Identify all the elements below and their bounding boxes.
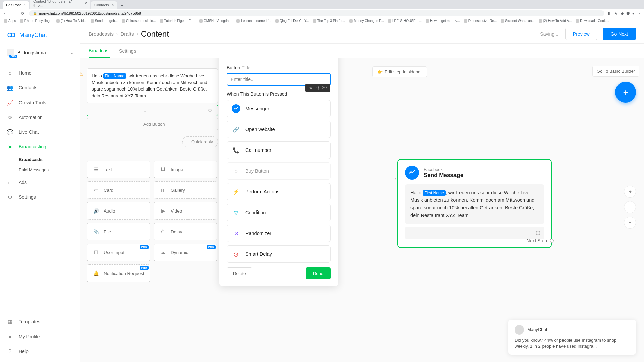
zoom-in-icon[interactable]: +	[624, 201, 636, 213]
add-fab[interactable]: +	[615, 82, 636, 103]
reload-icon[interactable]: ⟳	[20, 11, 25, 16]
nav-profile[interactable]: ●My Profile	[0, 329, 80, 344]
bookmark[interactable]: Tutorial: Eigene Fa...	[159, 19, 197, 23]
node-button-slot[interactable]	[405, 227, 544, 239]
action-delay[interactable]: ◷Smart Delay	[227, 245, 331, 263]
nav-broadcasting[interactable]: ➤Broadcasting	[0, 139, 80, 154]
block-audio[interactable]: 🔊Audio	[87, 202, 150, 220]
zoom-out-icon[interactable]: −	[624, 217, 636, 229]
popup-title: Edit Button	[227, 58, 258, 60]
basic-builder-button[interactable]: Go To Basic Builder	[592, 66, 639, 77]
block-dynamic[interactable]: PRO☁Dynamic	[154, 244, 217, 261]
connector-icon[interactable]	[536, 231, 540, 235]
close-icon[interactable]: ✕	[326, 58, 331, 60]
saving-indicator: Saving...	[540, 31, 558, 37]
subnav-broadcasts[interactable]: Broadcasts	[19, 154, 80, 165]
action-perform[interactable]: ⚡Perform Actions	[227, 183, 331, 200]
tab-broadcast[interactable]: Broadcast	[89, 44, 110, 58]
breadcrumb[interactable]: Broadcasts	[89, 31, 114, 37]
done-button[interactable]: Done	[306, 267, 331, 279]
bookmark[interactable]: Apps	[3, 19, 17, 23]
nav-livechat[interactable]: 💬Live Chat	[0, 125, 80, 139]
edit-sidebar-chip[interactable]: 👉Edit step in sidebar	[372, 66, 427, 77]
bookmark[interactable]: Qing Fei De Yi - Y...	[274, 19, 310, 23]
extension-icon[interactable]: ◆	[621, 11, 624, 16]
extension-icon[interactable]: ◧	[608, 11, 611, 16]
bookmark[interactable]: Sonderangeb...	[89, 19, 119, 23]
nav-templates[interactable]: ▦Templates	[0, 314, 80, 329]
bookmark[interactable]: LEE 'S HOUSE—...	[387, 19, 423, 23]
bookmark[interactable]: How to get more v...	[424, 19, 461, 23]
braces-icon[interactable]: {}	[316, 85, 319, 90]
delete-button[interactable]: Delete	[227, 267, 252, 279]
variable-chip[interactable]: First Name	[103, 73, 126, 79]
breadcrumb[interactable]: Drafts	[120, 31, 134, 37]
action-call[interactable]: 📞Call number	[227, 141, 331, 159]
quick-reply-button[interactable]: + Quick reply	[182, 136, 218, 147]
block-userinput[interactable]: PRO☐User Input	[87, 244, 150, 261]
bookmark[interactable]: Chinese translatio...	[120, 19, 157, 23]
close-icon[interactable]: ×	[111, 3, 114, 7]
extension-icon[interactable]: ⬢	[626, 11, 630, 16]
new-tab-button[interactable]: +	[118, 2, 126, 9]
bookmark[interactable]: Student Wants an...	[499, 19, 536, 23]
add-button[interactable]: + Add Button	[87, 118, 218, 130]
close-icon[interactable]: ×	[23, 3, 26, 7]
nav-ads[interactable]: ▭Ads	[0, 175, 80, 190]
bookmark[interactable]: Money Changes E...	[348, 19, 385, 23]
block-file[interactable]: 📎File	[87, 223, 150, 240]
tip-card[interactable]: ManyChat Did you know? 44% of people use…	[508, 320, 636, 355]
bookmark[interactable]: Download - Cooki...	[574, 19, 610, 23]
block-video[interactable]: ▶Video	[154, 202, 217, 220]
block-card[interactable]: ▭Card	[87, 181, 150, 199]
bookmark[interactable]: Datenschutz - Re...	[463, 19, 498, 23]
topbar: Broadcasts › Drafts › Content Saving... …	[80, 24, 644, 44]
nav-growth[interactable]: 📈Growth Tools	[0, 95, 80, 110]
nav-settings[interactable]: ⚙Settings	[0, 190, 80, 204]
go-next-button[interactable]: Go Next	[603, 28, 636, 40]
connector-icon[interactable]	[202, 105, 218, 116]
button-slot[interactable]: ...	[87, 105, 218, 116]
block-delay[interactable]: ⏱Delay	[154, 223, 217, 240]
forward-icon[interactable]: →	[11, 11, 17, 16]
browser-tab[interactable]: Contacts×	[91, 1, 117, 9]
address-bar[interactable]: 🔒manychat.com/fb198150208192061B/posting…	[29, 10, 604, 16]
nav-home[interactable]: ⌂Home	[0, 66, 80, 80]
flow-node[interactable]: → Facebook Send Message Hallo First Name…	[397, 159, 552, 248]
connector-icon[interactable]	[550, 239, 554, 243]
org-selector[interactable]: PRO Bildungsfirma ⌄	[0, 46, 80, 60]
message-card[interactable]: ⚠ Hallo First Name, wir freuen uns sehr …	[87, 68, 218, 103]
subnav-paid[interactable]: Paid Messages	[19, 165, 80, 175]
bookmark[interactable]: Lessons Learned f...	[235, 19, 273, 23]
action-randomizer[interactable]: ⤮Randomizer	[227, 225, 331, 242]
avatar-icon[interactable]: ●	[632, 11, 635, 16]
bookmark[interactable]: The Top 3 Platfor...	[312, 19, 347, 23]
canvas[interactable]: ⚠ Hallo First Name, wir freuen uns sehr …	[80, 58, 644, 362]
extension-icon[interactable]: ★	[614, 11, 618, 16]
preview-button[interactable]: Preview	[565, 28, 597, 40]
block-notification[interactable]: PRO🔔Notification Request	[87, 264, 150, 282]
back-icon[interactable]: ←	[3, 11, 8, 16]
nav-automation[interactable]: ⚙Automation	[0, 110, 80, 125]
tab-settings[interactable]: Settings	[119, 45, 136, 57]
block-image[interactable]: 🖼Image	[154, 161, 217, 178]
block-text[interactable]: ☰Text	[87, 161, 150, 178]
nav-contacts[interactable]: 👥Contacts	[0, 80, 80, 95]
action-condition[interactable]: ▽Condition	[227, 204, 331, 221]
bookmark[interactable]: GMSN - Vologda,...	[198, 19, 234, 23]
block-gallery[interactable]: ▥Gallery	[154, 181, 217, 199]
action-website[interactable]: 🔗Open website	[227, 121, 331, 138]
zoom-fit-icon[interactable]: ✦	[624, 186, 636, 198]
logo[interactable]: ManyChat	[0, 24, 80, 46]
next-step[interactable]: Next Step	[527, 238, 554, 243]
bookmark[interactable]: Phone Recycling...	[19, 19, 54, 23]
nav-help[interactable]: ?Help	[0, 344, 80, 359]
action-messenger[interactable]: Messenger	[227, 100, 331, 117]
bookmark[interactable]: (2) How To Add A...	[537, 19, 573, 23]
browser-tab[interactable]: Contact "Bildungsfirma" thro...×	[30, 0, 90, 9]
menu-icon[interactable]: ⋮	[637, 11, 641, 16]
bookmark[interactable]: (1) How To Add...	[55, 19, 88, 23]
emoji-icon[interactable]: ☺	[309, 85, 313, 90]
browser-tab[interactable]: Edit Post×	[3, 1, 29, 9]
close-icon[interactable]: ×	[85, 1, 87, 6]
